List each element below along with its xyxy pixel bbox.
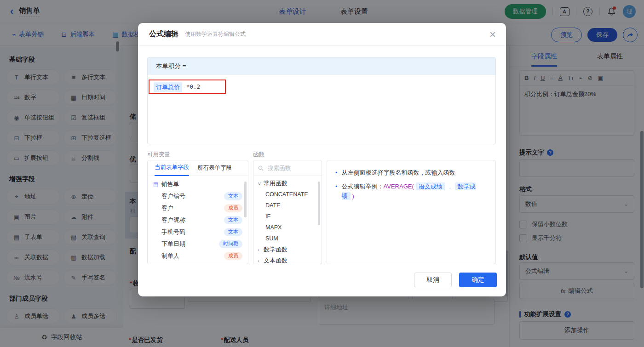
- functions-scrollbar-thumb[interactable]: [318, 182, 320, 225]
- modal-subtitle: 使用数学运算符编辑公式: [185, 30, 246, 38]
- type-badge: 文本: [224, 228, 242, 236]
- variable-row[interactable]: 客户昵称文本: [148, 214, 248, 226]
- variables-tabs: 当前表单字段 所有表单字段: [148, 160, 248, 176]
- tab-all-form-fields[interactable]: 所有表单字段: [197, 160, 232, 176]
- function-search: [253, 160, 322, 176]
- close-icon[interactable]: ×: [489, 29, 496, 40]
- variables-panel: 当前表单字段 所有表单字段 ▤ 销售单 客户编号文本 客户成员 客户昵称文本 手…: [147, 160, 248, 264]
- function-group-math[interactable]: › 数学函数: [253, 244, 322, 255]
- search-icon: [258, 165, 264, 171]
- caret-down-icon: ∨: [258, 181, 261, 187]
- type-badge: [221, 264, 242, 264]
- type-badge: 成员: [224, 204, 242, 212]
- function-group-common[interactable]: ∨ 常用函数: [253, 178, 322, 189]
- function-search-input[interactable]: [267, 165, 315, 172]
- variables-scrollbar-thumb[interactable]: [244, 182, 247, 217]
- bullet-icon: •: [335, 182, 338, 201]
- function-item[interactable]: MAPX: [253, 222, 322, 233]
- type-badge: 文本: [224, 216, 242, 224]
- tab-current-form-fields[interactable]: 当前表单字段: [155, 160, 189, 176]
- formula-target-field: 本单积分 =: [148, 57, 495, 75]
- function-item[interactable]: DATE: [253, 200, 322, 211]
- type-badge: 时间戳: [219, 240, 242, 248]
- type-badge: 成员: [224, 252, 242, 260]
- variable-row[interactable]: 手机号码文本: [148, 226, 248, 238]
- variable-row[interactable]: [148, 262, 248, 264]
- variables-caption: 可用变量: [147, 151, 170, 159]
- formula-editor-modal: 公式编辑 使用数学运算符编辑公式 × 本单积分 = 订单总价 *0.2 可用变量…: [138, 23, 506, 296]
- document-icon: ▤: [153, 181, 158, 188]
- variables-root-node[interactable]: ▤ 销售单: [148, 178, 248, 190]
- functions-panel: ∨ 常用函数 CONCATENATE DATE IF MAPX SUM › 数学…: [253, 160, 322, 264]
- example-field-chip: 语文成绩: [416, 182, 445, 190]
- function-group-text[interactable]: › 文本函数: [253, 255, 322, 264]
- type-badge: 文本: [224, 192, 242, 200]
- variable-row[interactable]: 客户编号文本: [148, 190, 248, 202]
- variable-row[interactable]: 下单日期时间戳: [148, 238, 248, 250]
- field-token-chip[interactable]: 订单总价: [154, 82, 182, 92]
- modal-header: 公式编辑 使用数学运算符编辑公式 ×: [138, 23, 506, 46]
- modal-title: 公式编辑: [149, 29, 178, 39]
- variable-row[interactable]: 客户成员: [148, 202, 248, 214]
- help-line-1: • 从左侧面板选择字段名和函数，或输入函数: [335, 168, 487, 177]
- function-item[interactable]: IF: [253, 211, 322, 222]
- formula-editing-area[interactable]: 订单总价 *0.2: [148, 75, 495, 144]
- formula-expression-text: *0.2: [186, 83, 200, 90]
- help-line-2: • 公式编辑举例：AVERAGE(语文成绩，数学成绩): [335, 182, 487, 201]
- variable-row[interactable]: 制单人成员: [148, 250, 248, 262]
- function-item[interactable]: SUM: [253, 233, 322, 244]
- function-item[interactable]: CONCATENATE: [253, 189, 322, 200]
- bullet-icon: •: [335, 168, 338, 177]
- caret-right-icon: ›: [258, 258, 261, 263]
- caret-right-icon: ›: [258, 247, 261, 252]
- functions-caption: 函数: [253, 151, 264, 159]
- formula-help-panel: • 从左侧面板选择字段名和函数，或输入函数 • 公式编辑举例：AVERAGE(语…: [327, 160, 496, 264]
- cancel-button[interactable]: 取消: [414, 273, 452, 287]
- formula-box: 本单积分 = 订单总价 *0.2: [147, 57, 496, 144]
- confirm-button[interactable]: 确定: [459, 273, 497, 287]
